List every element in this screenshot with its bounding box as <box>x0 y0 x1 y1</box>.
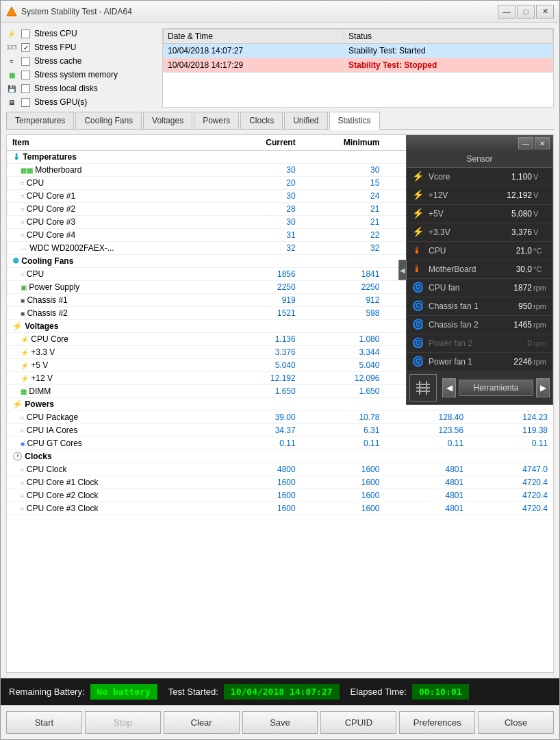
title-bar: System Stability Test - AIDA64 — □ ✕ <box>1 1 559 23</box>
item-cpu-core2: ≈ CPU Core #2 <box>7 203 217 216</box>
val-clk-avg: 4747.0 <box>469 463 553 476</box>
table-row[interactable]: ≈ CPU Core #2 Clock 1600 1600 4801 4720.… <box>7 489 553 502</box>
val-mb-min: 30 <box>301 164 385 177</box>
val-cpupkg-avg: 124.23 <box>469 411 553 424</box>
sensor-row-12v[interactable]: ⚡ +12V 12,192 V <box>407 186 552 205</box>
log-row-1[interactable]: 10/04/2018 14:07:27 Stability Test: Star… <box>164 44 553 58</box>
fan-pwr1-icon: 🌀 <box>412 356 424 368</box>
item-12v: ⚡ +12 V <box>7 372 217 385</box>
val-cpuia-max: 123.56 <box>385 424 469 437</box>
cc1clk-icon: ≈ <box>21 479 25 486</box>
stress-fpu-checkbox[interactable] <box>21 43 30 52</box>
test-started-value: 10/04/2018 14:07:27 <box>224 684 340 700</box>
val-cpugt-current: 0.11 <box>217 437 301 450</box>
stress-cpu-checkbox[interactable] <box>21 29 30 38</box>
table-row[interactable]: ≈ CPU Core #1 Clock 1600 1600 4801 4720.… <box>7 476 553 489</box>
preferences-button[interactable]: Preferences <box>399 711 475 734</box>
val-cc1clk-min: 1600 <box>301 476 385 489</box>
tab-unified[interactable]: Unified <box>284 112 327 129</box>
sensor-cpu-temp-value: 21,0 <box>491 246 532 256</box>
sensor-row-ch2-fan[interactable]: 🌀 Chassis fan 2 1465 rpm <box>407 316 552 334</box>
val-wdc-current: 32 <box>217 242 301 255</box>
tab-temperatures[interactable]: Temperatures <box>6 112 74 129</box>
val-cc2-current: 28 <box>217 203 301 216</box>
val-cpu-current: 20 <box>217 177 301 190</box>
sensor-row-vcore[interactable]: ⚡ Vcore 1,100 V <box>407 168 552 186</box>
item-power-supply: ▣ Power Supply <box>7 281 217 294</box>
tab-statistics[interactable]: Statistics <box>329 112 380 130</box>
stress-cpu-label: Stress CPU <box>34 29 77 38</box>
maximize-button[interactable]: □ <box>517 5 535 18</box>
val-cc4-min: 22 <box>301 229 385 242</box>
disks-icon: 💾 <box>6 83 17 94</box>
overlay-close-button[interactable]: ✕ <box>535 137 550 149</box>
sensor-row-pwr-fan2[interactable]: 🌀 Power fan 2 0 rpm <box>407 334 552 353</box>
overlay-minimize-button[interactable]: — <box>518 137 533 149</box>
start-button[interactable]: Start <box>6 711 82 734</box>
item-wdc: — WDC WD2002FAEX-... <box>7 242 217 255</box>
fan-ch2-icon: 🌀 <box>412 319 424 331</box>
sensor-row-pwr-fan1[interactable]: 🌀 Power fan 1 2246 rpm <box>407 353 552 371</box>
val-cc4-current: 31 <box>217 229 301 242</box>
sensor-5v-name: +5V <box>429 209 491 219</box>
sensor-mb-temp-unit: °C <box>533 265 547 273</box>
save-button[interactable]: Save <box>242 711 318 734</box>
tab-cooling-fans[interactable]: Cooling Fans <box>75 112 142 129</box>
val-cc2clk-current: 1600 <box>217 489 301 502</box>
table-row[interactable]: ≈ CPU Package 39.00 10.78 128.40 124.23 <box>7 411 553 424</box>
stress-cache-label: Stress cache <box>34 56 81 66</box>
val-cpupkg-min: 10.78 <box>301 411 385 424</box>
data-table-container: Item Current Minimum Maximum Average 🌡 T… <box>6 134 554 673</box>
item-33v: ⚡ +3.3 V <box>7 346 217 359</box>
item-cpu-gt-cores: ■ CPU GT Cores <box>7 437 217 450</box>
table-row[interactable]: ■ CPU GT Cores 0.11 0.11 0.11 0.11 <box>7 437 553 450</box>
overlay-nav-prev-button[interactable]: ◀ <box>442 378 456 397</box>
val-cpugt-min: 0.11 <box>301 437 385 450</box>
cpuid-button[interactable]: CPUID <box>320 711 396 734</box>
stress-item-fpu: 123 Stress FPU <box>6 42 157 53</box>
pwr-cat-icon: ⚡ <box>12 399 23 409</box>
val-ch2-min: 598 <box>301 307 385 320</box>
sensor-ch2-fan-unit: rpm <box>533 321 547 329</box>
close-button[interactable]: Close <box>478 711 554 734</box>
fpu-icon: 123 <box>6 42 17 53</box>
val-cc1-min: 24 <box>301 190 385 203</box>
overlay-nav-next-button[interactable]: ▶ <box>536 378 550 397</box>
table-row[interactable]: ≈ CPU Clock 4800 1600 4801 4747.0 <box>7 463 553 476</box>
overlay-title-buttons: — ✕ <box>518 137 550 149</box>
log-row-2[interactable]: 10/04/2018 14:17:29 Stability Test: Stop… <box>164 58 553 73</box>
sensor-row-cpu-temp[interactable]: 🌡 CPU 21,0 °C <box>407 242 552 260</box>
sensor-cpu-fan-unit: rpm <box>533 284 547 292</box>
log-datetime-1: 10/04/2018 14:07:27 <box>164 44 344 58</box>
collapse-panel-button[interactable]: ◀ <box>398 260 407 280</box>
fan-cpu-icon: ≈ <box>21 271 25 278</box>
tab-voltages[interactable]: Voltages <box>143 112 192 129</box>
tab-clocks[interactable]: Clocks <box>240 112 283 129</box>
stress-gpu-checkbox[interactable] <box>21 98 30 107</box>
log-datetime-2: 10/04/2018 14:17:29 <box>164 58 344 73</box>
sensor-row-33v[interactable]: ⚡ +3.3V 3,376 V <box>407 223 552 242</box>
val-33v-min: 3.344 <box>301 346 385 359</box>
close-window-button[interactable]: ✕ <box>536 5 554 18</box>
minimize-button[interactable]: — <box>498 5 516 18</box>
stress-cache-checkbox[interactable] <box>21 57 30 66</box>
test-started-status: Test Started: 10/04/2018 14:07:27 <box>168 684 340 700</box>
stop-button[interactable]: Stop <box>85 711 161 734</box>
sensor-row-ch1-fan[interactable]: 🌀 Chassis fan 1 950 rpm <box>407 297 552 316</box>
table-row[interactable]: ≈ CPU IA Cores 34.37 6.31 123.56 119.38 <box>7 424 553 437</box>
sensor-5v-value: 5,080 <box>491 209 532 219</box>
stress-memory-label: Stress system memory <box>34 70 118 79</box>
tab-powers[interactable]: Powers <box>194 112 239 129</box>
stress-disks-checkbox[interactable] <box>21 84 30 93</box>
sensor-row-mb-temp[interactable]: 🌡 MotherBoard 30,0 °C <box>407 260 552 279</box>
stress-memory-checkbox[interactable] <box>21 71 30 79</box>
sensor-vcore-name: Vcore <box>429 172 491 182</box>
sensor-pwr-fan2-value: 0 <box>491 338 532 348</box>
clear-button[interactable]: Clear <box>164 711 240 734</box>
gpu-icon: 🖥 <box>6 97 17 108</box>
cc2-icon: ≈ <box>21 206 25 213</box>
sensor-row-cpu-fan[interactable]: 🌀 CPU fan 1872 rpm <box>407 279 552 297</box>
fans-icon: ❄ <box>12 256 19 266</box>
sensor-row-5v[interactable]: ⚡ +5V 5,080 V <box>407 205 552 223</box>
table-row[interactable]: ≈ CPU Core #3 Clock 1600 1600 4801 4720.… <box>7 502 553 515</box>
